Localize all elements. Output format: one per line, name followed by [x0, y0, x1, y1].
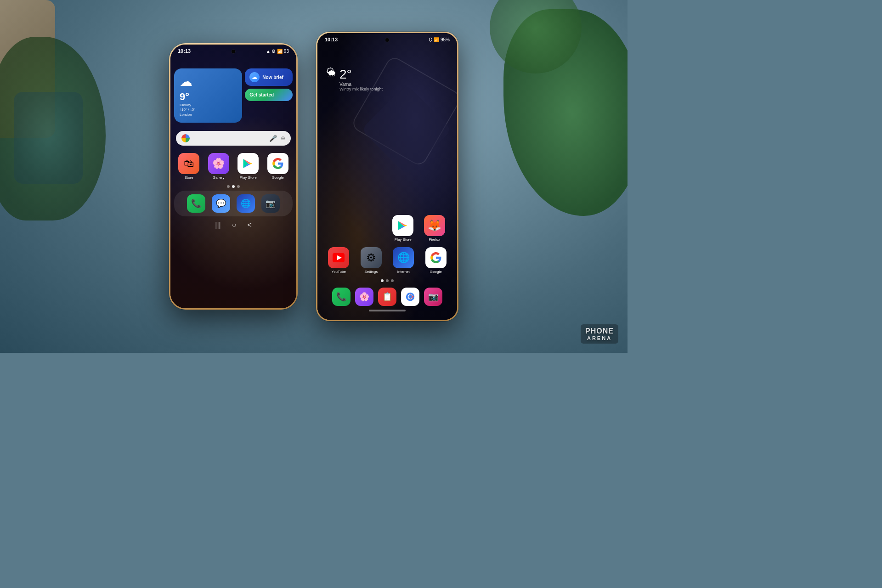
right-widgets: ☁ Now brief Get started [245, 68, 293, 123]
svg-point-4 [408, 295, 412, 298]
playstore-svg-right [396, 219, 409, 232]
app-google-right[interactable]: Google [422, 247, 450, 274]
status-wifi-icon: Q 📶 [429, 37, 439, 42]
dock-phone-icon-right: 📞 [332, 288, 351, 306]
watermark-line2: ARENA [585, 335, 614, 341]
now-brief-widget[interactable]: ☁ Now brief [245, 68, 293, 86]
phone-left: 10:13 ▲ ⚙ 📶 93 ☁ 9° Cloudy [169, 43, 298, 310]
dot-3-right [391, 279, 394, 282]
dock-phone-left[interactable]: 📞 [187, 194, 205, 213]
firefox-label-right: Firefox [429, 237, 440, 242]
google-icon-right [425, 247, 447, 268]
app-store-icon[interactable]: 🛍 Store [176, 153, 202, 180]
weather-temp-right: 2° [339, 67, 383, 82]
dock-messages-left[interactable]: 💬 [212, 194, 230, 213]
settings-label-right: Settings [364, 270, 378, 274]
app-youtube-right[interactable]: YouTube [325, 247, 353, 274]
nav-bar-left: ||| ○ < [170, 216, 296, 234]
now-brief-icon: ☁ [249, 72, 260, 82]
playstore-label-right: Play Store [395, 237, 412, 242]
app-playstore-right[interactable]: Play Store [390, 215, 417, 242]
get-started-widget[interactable]: Get started [245, 89, 293, 101]
weather-widget[interactable]: ☁ 9° Cloudy ↑10° / ↓5° London [174, 68, 242, 123]
phones-container: 10:13 ▲ ⚙ 📶 93 ☁ 9° Cloudy [169, 32, 458, 321]
screen-right: 10:13 Q 📶 95% 🌦 2° [317, 33, 457, 320]
app-settings-right[interactable]: ⚙ Settings [357, 247, 385, 274]
dock-camera-right[interactable]: 📷 [424, 288, 442, 306]
nav-recent-left[interactable]: ||| [215, 221, 220, 229]
google-g-icon [181, 134, 190, 142]
dock-camera-left[interactable]: 📷 [261, 194, 280, 213]
dock-internet-left[interactable]: 🌐 [237, 194, 255, 213]
store-label: Store [185, 175, 193, 180]
camera-hole-left [231, 49, 236, 54]
app-gallery-icon[interactable]: 🌸 Gallery [206, 153, 232, 180]
playstore-icon-img-left [237, 153, 259, 174]
app-section-right: Play Store 🦊 Firefox [317, 96, 457, 320]
youtube-label-right: YouTube [332, 270, 346, 274]
weather-desc-right: Wintry mix likely tonight [339, 87, 383, 91]
google-label-right: Google [430, 270, 442, 274]
dot-2-right [386, 279, 389, 282]
dock-phone-icon-left: 📞 [187, 194, 205, 213]
watermark-line1: PHONE [585, 327, 614, 335]
status-time-left: 10:13 [178, 48, 191, 54]
store-icon-img: 🛍 [178, 153, 199, 174]
google-label-left: Google [272, 175, 284, 180]
app-firefox-right[interactable]: 🦊 Firefox [421, 215, 448, 242]
youtube-icon-right [328, 247, 349, 268]
google-svg-left [272, 158, 284, 170]
google-svg-right [430, 252, 442, 264]
dot-1-right [381, 279, 384, 282]
status-battery-right: 95% [441, 37, 450, 42]
firefox-icon-right: 🦊 [424, 215, 445, 236]
home-indicator-right [369, 310, 406, 311]
search-bar-left[interactable]: 🎤 ⊕ [176, 131, 291, 146]
nav-home-left[interactable]: ○ [232, 221, 237, 229]
app-playstore-icon-left[interactable]: Play Store [235, 153, 261, 180]
app-row-1-right: Play Store 🦊 Firefox [317, 213, 457, 243]
internet-icon-right: 🌐 [393, 247, 414, 268]
weather-cloud-right: 🌦 [327, 67, 336, 78]
nav-back-left[interactable]: < [247, 221, 251, 229]
get-started-label: Get started [249, 92, 274, 97]
dock-left: 📞 💬 🌐 📷 [174, 191, 293, 216]
dock-reddit-right[interactable]: 📋 [378, 288, 396, 306]
app-google-icon-left[interactable]: Google [265, 153, 291, 180]
watermark: PHONE ARENA [581, 324, 618, 344]
youtube-svg [333, 253, 345, 262]
scene: 10:13 ▲ ⚙ 📶 93 ☁ 9° Cloudy [0, 0, 628, 353]
gallery-icon-img: 🌸 [208, 153, 229, 174]
dock-chrome-icon-right [401, 288, 419, 306]
dock-right: 📞 🌸 📋 [317, 284, 457, 310]
status-icons-text-left: ▲ ⚙ 📶 93 [266, 49, 289, 54]
dock-gallery-right[interactable]: 🌸 [355, 288, 373, 306]
dock-phone-right[interactable]: 📞 [332, 288, 351, 306]
playstore-icon-right [392, 215, 413, 236]
dot-1-left [227, 185, 230, 188]
page-dots-right [317, 277, 457, 284]
status-time-right: 10:13 [325, 37, 338, 42]
search-mic-icon[interactable]: 🎤 [269, 135, 277, 142]
app-row-2-right: YouTube ⚙ Settings 🌐 Internet [317, 243, 457, 277]
weather-right: 🌦 2° Varna Wintry mix likely tonight [317, 44, 457, 96]
app-internet-right[interactable]: 🌐 Internet [390, 247, 418, 274]
dock-camera-icon-left: 📷 [261, 194, 280, 213]
playstore-label-left: Play Store [240, 175, 257, 180]
search-lens-icon[interactable]: ⊕ [281, 135, 285, 141]
phone-right-screen: 10:13 Q 📶 95% 🌦 2° [317, 33, 457, 320]
dock-camera-icon-right: 📷 [424, 288, 442, 306]
widget-area-left: ☁ 9° Cloudy ↑10° / ↓5° London [170, 65, 296, 126]
app-grid-left: 🛍 Store 🌸 Gallery [170, 150, 296, 182]
page-dots-left [170, 182, 296, 191]
camera-hole-right [385, 38, 390, 42]
spacer [358, 215, 385, 242]
dot-2-left [232, 185, 235, 188]
dock-gallery-icon-right: 🌸 [355, 288, 373, 306]
background-plant-left [0, 37, 106, 220]
internet-label-right: Internet [397, 270, 410, 274]
chrome-svg [405, 292, 415, 302]
dock-internet-icon-left: 🌐 [237, 194, 255, 213]
dock-chrome-right[interactable] [401, 288, 419, 306]
weather-desc: Cloudy ↑10° / ↓5° London [180, 103, 237, 117]
